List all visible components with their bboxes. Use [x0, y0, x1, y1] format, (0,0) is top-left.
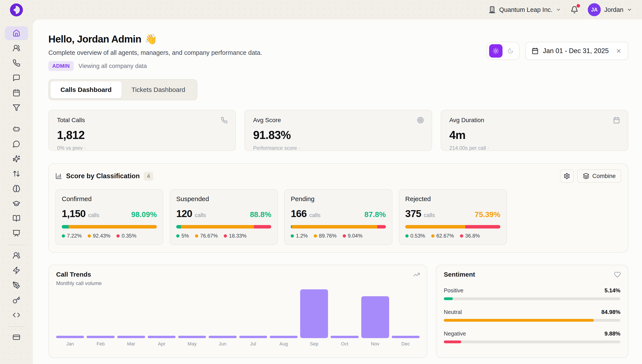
- trend-bar: [56, 336, 84, 338]
- sentiment-label: Positive: [444, 287, 463, 294]
- combine-button[interactable]: Combine: [577, 170, 621, 183]
- legend-dot: [291, 234, 294, 238]
- bar-chart-icon: [55, 172, 62, 180]
- chevron-down-icon: [556, 7, 561, 12]
- sentiment-row-header: Positive5.14%: [444, 287, 620, 294]
- score-percent: 87.8%: [364, 210, 386, 219]
- sidebar-item-library[interactable]: [5, 212, 28, 225]
- trending-up-icon: [413, 271, 420, 278]
- legend-item: 76.67%: [195, 233, 218, 239]
- legend-item: 36.8%: [460, 233, 480, 239]
- org-switcher[interactable]: Quantum Leap Inc.: [488, 6, 561, 14]
- sidebar-item-team[interactable]: [5, 248, 28, 262]
- message-circle-icon: [13, 140, 20, 148]
- classification-card-title: Confirmed: [62, 195, 157, 202]
- legend-item: 0.53%: [405, 233, 425, 239]
- trend-bar-column: [56, 289, 84, 338]
- legend-item: 9.04%: [343, 233, 363, 239]
- tab-tickets-dashboard[interactable]: Tickets Dashboard: [122, 81, 195, 98]
- bar-segment: [292, 225, 377, 228]
- sidebar-item-users[interactable]: [5, 41, 28, 55]
- user-menu[interactable]: JA Jordan: [588, 3, 632, 16]
- month-label: May: [178, 341, 206, 347]
- light-mode-button[interactable]: [489, 44, 502, 58]
- sidebar-item-design[interactable]: [5, 278, 28, 292]
- sidebar-item-filters[interactable]: [5, 101, 28, 114]
- calls-count: 120: [176, 208, 192, 220]
- sparkles-icon: [13, 155, 20, 163]
- card-title: Sentiment: [444, 271, 620, 278]
- org-name: Quantum Leap Inc.: [499, 6, 553, 14]
- date-range-picker[interactable]: Jan 01 - Dec 31, 2025: [525, 42, 628, 60]
- sidebar-item-home[interactable]: [5, 26, 28, 40]
- tab-calls-dashboard[interactable]: Calls Dashboard: [51, 81, 122, 98]
- stat-value: 1,812: [57, 128, 227, 142]
- score-percent: 75.39%: [475, 210, 500, 219]
- dark-mode-button[interactable]: [504, 44, 517, 58]
- clear-date-icon[interactable]: [616, 48, 622, 54]
- sentiment-row-header: Neutral84.98%: [444, 309, 620, 316]
- sidebar-item-keys[interactable]: [5, 293, 28, 307]
- sentiment-bar-track: [444, 340, 620, 343]
- moon-icon: [507, 48, 513, 54]
- stat-value: 4m: [449, 128, 619, 142]
- sidebar-item-ai[interactable]: [5, 152, 28, 166]
- sidebar-item-bot[interactable]: [5, 122, 28, 136]
- bar-segment: [377, 225, 386, 228]
- theme-toggle[interactable]: [487, 42, 520, 60]
- calendar-icon: [613, 117, 620, 124]
- bar-segment: [157, 225, 157, 228]
- sidebar-item-calendar[interactable]: [5, 86, 28, 100]
- bar-segment: [465, 225, 500, 228]
- trend-bar-column: [239, 289, 267, 338]
- classification-settings-button[interactable]: [560, 170, 574, 183]
- month-label: Jun: [209, 341, 236, 347]
- sidebar-item-developer[interactable]: [5, 308, 28, 322]
- trend-bar-column: [178, 289, 206, 338]
- topbar: Quantum Leap Inc. JA Jordan: [0, 0, 642, 20]
- trend-bar: [239, 336, 267, 338]
- sidebar-item-calls[interactable]: [5, 56, 28, 70]
- sentiment-row: Positive5.14%: [444, 287, 620, 300]
- sun-icon: [493, 48, 499, 54]
- credit-card-icon: [13, 333, 20, 341]
- stat-subtext: 214.00s per call ·: [449, 145, 619, 151]
- score-percent: 98.09%: [131, 210, 157, 219]
- month-label: Dec: [392, 341, 420, 347]
- calls-suffix: calls: [424, 212, 435, 218]
- trend-bar-column: [331, 289, 359, 338]
- sidebar-item-training[interactable]: [5, 196, 28, 210]
- building-icon: [488, 6, 496, 14]
- home-icon: [13, 29, 20, 37]
- target-icon: [417, 117, 424, 124]
- sidebar-item-messages[interactable]: [5, 137, 28, 151]
- brain-icon: [13, 185, 20, 192]
- trend-bar: [300, 289, 328, 338]
- calls-count: 166: [291, 208, 307, 220]
- legend-item: 7.22%: [62, 233, 82, 239]
- month-label: Apr: [148, 341, 176, 347]
- sidebar-item-presentation[interactable]: [5, 226, 28, 240]
- bar-segment: [181, 225, 254, 228]
- trend-bar-column: [361, 289, 389, 338]
- stat-card-total-calls: Total Calls 1,812 0% vs prev ·: [48, 110, 236, 151]
- month-label: Aug: [270, 341, 297, 347]
- sentiment-row: Neutral84.98%: [444, 309, 620, 322]
- sidebar-item-transfers[interactable]: [5, 167, 28, 180]
- role-badge: ADMIN: [48, 61, 74, 71]
- sidebar-item-chats[interactable]: [5, 71, 28, 85]
- score-by-classification-section: Score by Classification 4 Combine Confir…: [48, 163, 628, 253]
- notifications-button[interactable]: [570, 6, 578, 14]
- classification-card: Confirmed1,150calls98.09%7.22%92.43%0.35…: [55, 189, 163, 245]
- bar-segment: [69, 225, 157, 228]
- month-label: Oct: [331, 341, 359, 347]
- sentiment-bar-fill: [444, 297, 453, 300]
- sidebar-item-billing[interactable]: [5, 330, 28, 344]
- legend-dot: [176, 234, 179, 238]
- arrow-up-down-icon: [13, 170, 20, 178]
- sidebar-item-automations[interactable]: [5, 264, 28, 277]
- legend-item: 89.76%: [314, 233, 337, 239]
- sidebar-item-intelligence[interactable]: [5, 182, 28, 196]
- bot-icon: [13, 125, 20, 133]
- legend-item: 92.43%: [88, 233, 110, 239]
